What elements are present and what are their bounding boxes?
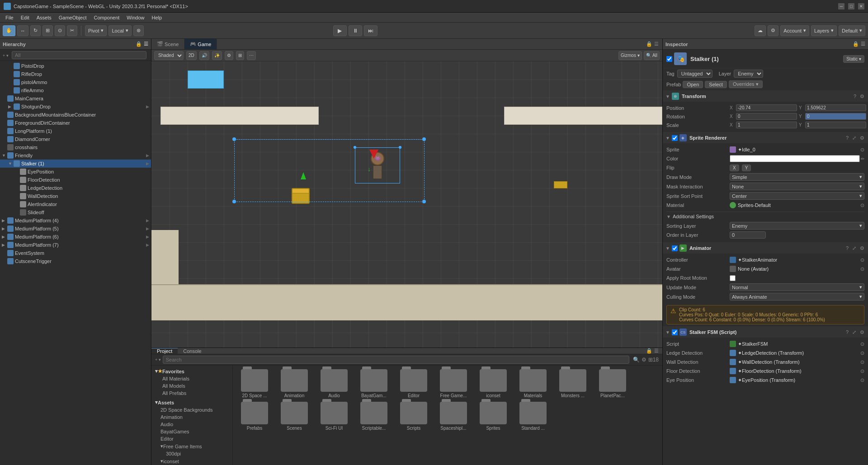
tool-hand[interactable]: ✋ (3, 25, 15, 36)
update-mode-dropdown[interactable]: Normal ▾ (730, 283, 864, 291)
grid-button[interactable]: ⊞ (236, 51, 244, 60)
hierarchy-item-diamondcorner[interactable]: DiamondCorner (0, 135, 151, 143)
asset-folder-standard[interactable]: Standard ... (515, 402, 551, 431)
tree-iconset[interactable]: ▾ iconset (153, 457, 231, 465)
inspector-menu-icon[interactable]: ☰ (861, 41, 865, 47)
animator-help-icon[interactable]: ? (845, 245, 849, 251)
next-button[interactable]: ⏭ (364, 25, 377, 36)
color-swatch[interactable] (730, 155, 860, 162)
fav-all-models[interactable]: All Models (153, 382, 231, 390)
layers-dropdown[interactable]: Layers ▾ (811, 25, 837, 36)
position-x-input[interactable] (736, 104, 797, 111)
apply-root-motion-checkbox[interactable] (730, 275, 736, 281)
project-tab[interactable]: Project (151, 348, 178, 354)
favorites-header[interactable]: ▾ ★ Favorites (153, 367, 231, 375)
menu-help[interactable]: Help (148, 14, 165, 21)
position-y-input[interactable] (805, 104, 866, 111)
inspector-lock-icon[interactable]: 🔒 (853, 41, 859, 47)
game-tab[interactable]: 🎮 Game (184, 39, 217, 49)
asset-folder-editor[interactable]: Editor (396, 369, 432, 398)
hierarchy-item-rifleammo[interactable]: rifleAmmo (0, 86, 151, 94)
hierarchy-item-slideoff[interactable]: Slideoff (0, 208, 151, 216)
play-button[interactable]: ▶ (333, 25, 347, 36)
asset-folder-2dspace[interactable]: 2D Space ... (236, 369, 273, 398)
hierarchy-item-alertindicator[interactable]: AlertIndicator (0, 200, 151, 208)
hierarchy-item-longplatform(1)[interactable]: LongPlatform (1) (0, 127, 151, 135)
cloud-button[interactable]: ☁ (755, 25, 766, 36)
handle-tr[interactable] (422, 137, 426, 141)
asset-folder-bayatgam[interactable]: BayatGam... (356, 369, 392, 398)
flip-y-button[interactable]: Y (742, 164, 751, 171)
pause-button[interactable]: ⏸ (349, 25, 362, 36)
hierarchy-item-mediumplatform(7)[interactable]: ▶MediumPlatform (7)▶ (0, 241, 151, 249)
hierarchy-item-eyeposition[interactable]: EyePosition (0, 168, 151, 176)
search-scene-button[interactable]: 🔍 All (644, 51, 660, 60)
shading-dropdown[interactable]: Shaded (154, 51, 184, 60)
hierarchy-item-floordetection[interactable]: FloorDetection (0, 176, 151, 184)
rotation-y-input[interactable] (805, 113, 866, 120)
additional-settings-header[interactable]: ▼ Additional Settings (666, 212, 864, 221)
account-dropdown[interactable]: Account ▾ (780, 25, 809, 36)
stalker-fsm-enabled[interactable] (672, 329, 678, 335)
sprite-sort-point-dropdown[interactable]: Center ▾ (730, 192, 864, 200)
close-button[interactable]: ✕ (858, 3, 864, 9)
tree-300dpi[interactable]: 300dpi (153, 450, 231, 457)
tree-bayat[interactable]: BayatGames (153, 428, 231, 435)
bottom-lock-icon[interactable]: 🔒 (646, 348, 652, 354)
tree-free-game[interactable]: ▾ Free Game Items (153, 442, 231, 450)
handle-br[interactable] (422, 200, 426, 203)
hierarchy-item-foregrounddirtcontainer[interactable]: ForegroundDirtContainer (0, 119, 151, 127)
tag-dropdown[interactable]: Untagged (677, 70, 712, 78)
culling-mode-dropdown[interactable]: Always Animate ▾ (730, 293, 864, 301)
sprite-pick-icon[interactable]: ⊙ (860, 147, 864, 153)
effects-button[interactable]: ✨ (212, 51, 222, 60)
hierarchy-item-maincamera[interactable]: MainCamera (0, 94, 151, 103)
view-panel-menu[interactable]: ☰ (654, 41, 659, 47)
stalker-fsm-help-icon[interactable]: ? (845, 329, 849, 335)
hierarchy-lock-icon[interactable]: 🔒 (136, 41, 142, 47)
pivot-dropdown[interactable]: Pivot ▾ (85, 25, 107, 36)
static-button[interactable]: Static ▾ (843, 55, 864, 63)
hierarchy-item-shotgundrop[interactable]: ▶ShotgunDrop▶ (0, 103, 151, 111)
asset-folder-freegame[interactable]: Free Game... (435, 369, 472, 398)
maximize-button[interactable]: □ (848, 3, 854, 9)
hierarchy-item-crosshairs[interactable]: crosshairs (0, 143, 151, 151)
animator-expand-icon[interactable]: ⤢ (851, 245, 857, 251)
console-tab[interactable]: Console (178, 348, 207, 354)
transform-help-icon[interactable]: ? (853, 94, 857, 99)
asset-folder-animation[interactable]: Animation (276, 369, 312, 398)
tool-rotate[interactable]: ↻ (30, 25, 41, 36)
view-panel-lock[interactable]: 🔒 (646, 41, 652, 47)
hierarchy-item-friendly[interactable]: ▼Friendly▶ (0, 151, 151, 160)
sprite-renderer-settings-icon[interactable]: ⚙ (859, 135, 865, 141)
hierarchy-item-ledgedetection[interactable]: LedgeDetection (0, 184, 151, 192)
asset-folder-scenes[interactable]: Scenes (276, 402, 312, 431)
hierarchy-item-cutscenetrigger[interactable]: CutsceneTrigger (0, 257, 151, 265)
stalker-fsm-settings-icon[interactable]: ⚙ (859, 329, 865, 335)
audio-button[interactable]: 🔊 (199, 51, 209, 60)
rotation-x-input[interactable] (736, 113, 797, 120)
scale-y-input[interactable] (805, 122, 866, 128)
material-pick-icon[interactable]: ⊙ (860, 202, 864, 208)
tree-editor[interactable]: Editor (153, 435, 231, 442)
tool-transform[interactable]: ✂ (67, 25, 77, 36)
draw-mode-dropdown[interactable]: Simple ▾ (730, 173, 864, 181)
transform-settings-icon[interactable]: ⚙ (859, 94, 865, 99)
script-pick-icon[interactable]: ⊙ (860, 341, 864, 347)
asset-folder-sprites[interactable]: Sprites (475, 402, 511, 431)
stalker-fsm-expand-icon[interactable]: ⤢ (851, 329, 857, 335)
fav-all-materials[interactable]: All Materials (153, 375, 231, 382)
fx-button[interactable]: ⚙ (225, 51, 233, 60)
hierarchy-item-eventsystem[interactable]: EventSystem (0, 249, 151, 257)
hierarchy-search-input[interactable] (12, 51, 146, 59)
animator-settings-icon[interactable]: ⚙ (859, 245, 865, 251)
wall-detection-pick[interactable]: ⊙ (860, 359, 864, 365)
handle-bl[interactable] (232, 200, 236, 203)
sprite-renderer-header[interactable]: ▼ ◈ Sprite Renderer ? ⤢ ⚙ (663, 132, 868, 143)
bottom-menu-icon[interactable]: ☰ (654, 348, 659, 354)
hierarchy-item-backgroundmountainsbluecontainer[interactable]: BackgroundMountainsBlueContainer (0, 111, 151, 119)
transform-header[interactable]: ▼ ⊕ Transform ? ⚙ (663, 91, 868, 102)
stalker-fsm-header[interactable]: ▼ CS Stalker FSM (Script) ? ⤢ ⚙ (663, 327, 868, 338)
eye-position-pick[interactable]: ⊙ (860, 377, 864, 383)
tool-move[interactable]: ↔ (17, 25, 28, 36)
